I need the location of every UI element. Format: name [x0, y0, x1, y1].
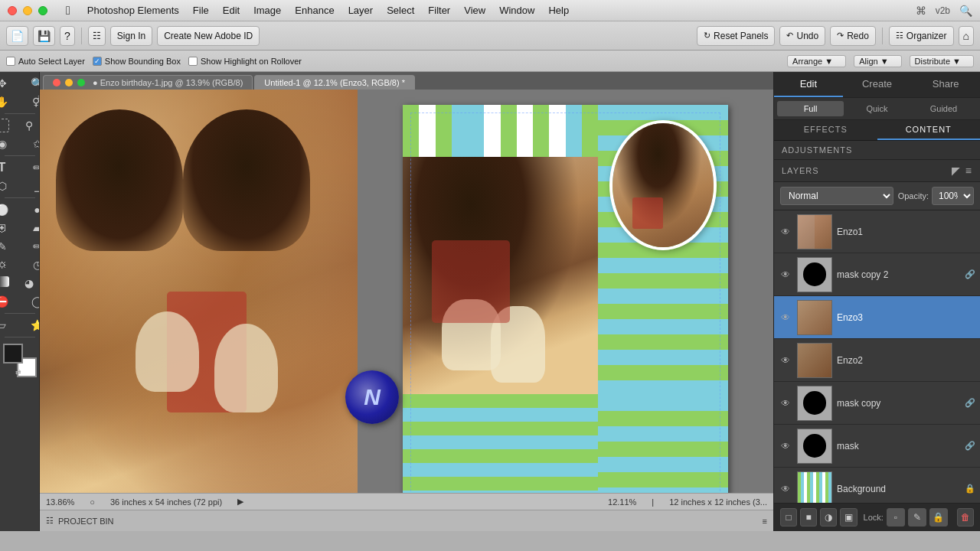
- new-adjustment-layer-button[interactable]: ◑: [820, 508, 837, 527]
- menu-view[interactable]: View: [458, 3, 492, 18]
- create-adobe-id-button[interactable]: Create New Adobe ID: [157, 26, 260, 46]
- help-button[interactable]: ?: [60, 26, 75, 46]
- menu-enhance[interactable]: Enhance: [289, 3, 340, 18]
- show-highlight-option[interactable]: Show Highlight on Rollover: [188, 57, 302, 66]
- arrange-dropdown[interactable]: Arrange ▼: [787, 55, 846, 67]
- clone-stamp-tool[interactable]: ⛨: [0, 220, 19, 236]
- menu-select[interactable]: Select: [381, 3, 420, 18]
- menu-edit[interactable]: Edit: [217, 3, 246, 18]
- blend-mode-select[interactable]: Normal: [780, 187, 893, 205]
- layer-visibility-mask-copy-2[interactable]: 👁: [779, 268, 792, 282]
- cookie-cutter-tool[interactable]: ⬡: [0, 178, 19, 194]
- layer-item-enzo2[interactable]: 👁 Enzo2: [774, 339, 980, 382]
- brush-tool[interactable]: ✎: [0, 238, 19, 255]
- minimize-button[interactable]: [23, 6, 32, 15]
- menu-layer[interactable]: Layer: [342, 3, 380, 18]
- sponge-tool[interactable]: ⛔: [0, 293, 19, 310]
- layer-item-background[interactable]: 👁 Background 🔒: [774, 468, 980, 503]
- menu-photoshop-elements[interactable]: Photoshop Elements: [81, 3, 185, 18]
- type-tool[interactable]: T: [0, 159, 19, 176]
- auto-select-checkbox[interactable]: [6, 57, 15, 66]
- new-fill-layer-button[interactable]: ■: [800, 508, 817, 527]
- effects-header[interactable]: EFFECTS: [774, 120, 877, 140]
- layer-visibility-enzo1[interactable]: 👁: [779, 225, 792, 239]
- menu-image[interactable]: Image: [247, 3, 287, 18]
- subtab-quick[interactable]: Quick: [844, 101, 910, 116]
- layer-visibility-background[interactable]: 👁: [779, 482, 792, 496]
- home-button[interactable]: ⌂: [959, 26, 974, 46]
- rectangular-marquee-tool[interactable]: [0, 119, 9, 132]
- distribute-dropdown[interactable]: Distribute ▼: [910, 55, 974, 67]
- paint-bucket-tool[interactable]: ◷: [21, 256, 41, 273]
- subtab-full[interactable]: Full: [777, 101, 844, 116]
- layers-expand-icon[interactable]: ◤: [952, 165, 961, 177]
- tab-close-1[interactable]: [53, 79, 60, 86]
- content-header[interactable]: CONTENT: [877, 120, 981, 140]
- pencil-tool[interactable]: ✏: [21, 238, 41, 255]
- close-button[interactable]: [8, 6, 17, 15]
- layer-item-mask-copy[interactable]: 👁 mask copy 🔗: [774, 382, 980, 425]
- smart-brush-tool[interactable]: ⛭: [0, 256, 19, 273]
- tab-enzo-birthday[interactable]: ● Enzo birthday-1.jpg @ 13.9% (RGB/8): [43, 75, 253, 90]
- reset-panels-button[interactable]: ↻ Reset Panels: [697, 26, 775, 46]
- organizer-button[interactable]: ☷ Organizer: [889, 26, 954, 46]
- save-button[interactable]: 💾: [33, 26, 55, 46]
- layer-visibility-mask-copy[interactable]: 👁: [779, 396, 792, 410]
- projectbin-menu-icon[interactable]: ≡: [763, 517, 767, 526]
- scrapbook-canvas[interactable]: [403, 105, 728, 493]
- blur-tool[interactable]: ◕: [12, 275, 41, 292]
- menu-window[interactable]: Window: [493, 3, 541, 18]
- lasso-tool[interactable]: ⚲: [12, 117, 41, 134]
- apple-menu[interactable]: : [60, 2, 77, 19]
- menu-filter[interactable]: Filter: [422, 3, 456, 18]
- magic-wand-tool[interactable]: ✩: [21, 135, 41, 152]
- foreground-color-swatch[interactable]: [3, 344, 23, 364]
- tab-untitled[interactable]: Untitled-1 @ 12.1% (Enzo3, RGB/8) *: [254, 75, 415, 90]
- new-layer-button[interactable]: □: [780, 508, 797, 527]
- subtab-guided[interactable]: Guided: [910, 101, 977, 116]
- sign-in-button[interactable]: Sign In: [110, 26, 152, 46]
- photo-left[interactable]: [40, 90, 358, 493]
- tab-create[interactable]: Create: [843, 72, 912, 97]
- tab-share[interactable]: Share: [911, 72, 980, 97]
- hand-tool[interactable]: ✋: [0, 93, 19, 110]
- custom-shape-tool[interactable]: ⭐: [21, 317, 41, 334]
- move-tool[interactable]: ✥: [0, 75, 19, 92]
- layers-menu-icon[interactable]: ≡: [965, 165, 972, 177]
- lock-transparent-button[interactable]: ▫: [887, 508, 905, 527]
- lock-image-button[interactable]: ✎: [908, 508, 926, 527]
- new-file-button[interactable]: 📄: [6, 26, 28, 46]
- menu-help[interactable]: Help: [542, 3, 575, 18]
- layer-item-mask[interactable]: 👁 mask 🔗: [774, 425, 980, 468]
- layer-item-enzo3[interactable]: 👁 Enzo3: [774, 296, 980, 339]
- auto-select-layer-option[interactable]: Auto Select Layer: [6, 57, 85, 66]
- shape-tool[interactable]: ▱: [0, 317, 19, 334]
- eraser-tool[interactable]: ▰: [21, 220, 41, 236]
- layer-item-mask-copy-2[interactable]: 👁 mask copy 2 🔗: [774, 253, 980, 296]
- crop-tool[interactable]: ✏: [21, 159, 41, 176]
- layer-visibility-mask[interactable]: 👁: [779, 439, 792, 453]
- swap-colors-icon[interactable]: ⇄: [15, 368, 21, 376]
- opacity-select[interactable]: 100%: [932, 187, 974, 205]
- eyedropper-tool[interactable]: ⚥: [21, 93, 41, 110]
- new-group-button[interactable]: ▣: [840, 508, 857, 527]
- layer-visibility-enzo3[interactable]: 👁: [779, 311, 792, 324]
- search-icon[interactable]: 🔍: [959, 5, 972, 17]
- zoom-tool[interactable]: 🔍: [21, 75, 41, 92]
- menu-file[interactable]: File: [187, 3, 215, 18]
- align-dropdown[interactable]: Align ▼: [854, 55, 901, 67]
- bounding-box-checkbox[interactable]: ✓: [93, 57, 102, 66]
- zoom-button[interactable]: [38, 6, 47, 15]
- gradient-tool[interactable]: [0, 276, 9, 287]
- lock-position-button[interactable]: 🔒: [929, 508, 948, 527]
- dodge-burn-tool[interactable]: ◯: [21, 293, 41, 310]
- tab-edit[interactable]: Edit: [774, 72, 843, 97]
- undo-button[interactable]: ↶ Undo: [779, 26, 825, 46]
- layer-visibility-enzo2[interactable]: 👁: [779, 354, 792, 367]
- straighten-tool[interactable]: ⎯: [21, 178, 41, 194]
- quick-selection-tool[interactable]: ◉: [0, 135, 19, 152]
- highlight-checkbox[interactable]: [188, 57, 198, 66]
- workspace-button[interactable]: ☷: [88, 26, 106, 46]
- redeye-tool[interactable]: ⚪: [0, 201, 19, 218]
- delete-layer-button[interactable]: 🗑: [957, 508, 974, 527]
